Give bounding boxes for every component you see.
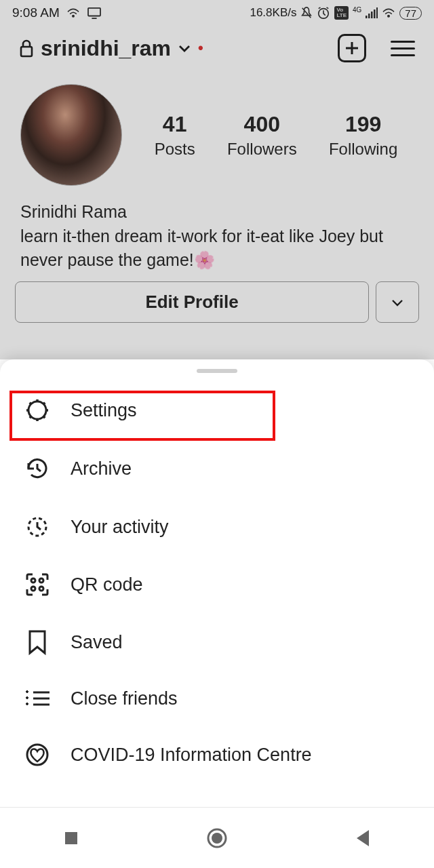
- svg-point-13: [39, 578, 43, 583]
- menu-covid-label: COVID-19 Information Centre: [71, 745, 312, 766]
- menu-covid[interactable]: COVID-19 Information Centre: [0, 726, 434, 784]
- username-text: srinidhi_ram: [41, 36, 171, 61]
- svg-point-15: [39, 587, 43, 591]
- system-nav-bar: [0, 807, 434, 868]
- following-label: Following: [329, 140, 397, 159]
- saved-icon: [23, 629, 52, 656]
- edit-profile-button[interactable]: Edit Profile: [15, 281, 369, 323]
- menu-button[interactable]: [391, 41, 415, 56]
- nav-back-button[interactable]: [354, 829, 372, 848]
- settings-icon: [23, 397, 52, 424]
- menu-archive[interactable]: Archive: [0, 439, 434, 498]
- qrcode-icon: [23, 572, 52, 597]
- close-friends-icon: [23, 687, 52, 710]
- followers-count: 400: [227, 112, 297, 137]
- display-name: Srinidhi Rama: [20, 202, 414, 222]
- followers-stat[interactable]: 400 Followers: [227, 112, 297, 159]
- svg-point-19: [212, 833, 222, 844]
- lock-icon: [19, 39, 34, 58]
- menu-activity-label: Your activity: [71, 517, 169, 538]
- wifi-icon: [66, 7, 80, 18]
- menu-qrcode-label: QR code: [71, 574, 143, 595]
- network-badge: 4G: [353, 6, 361, 14]
- svg-point-12: [31, 578, 35, 583]
- battery-indicator: 77: [399, 7, 422, 20]
- followers-label: Followers: [227, 140, 297, 159]
- chevron-down-icon: [178, 43, 191, 53]
- posts-stat[interactable]: 41 Posts: [155, 112, 195, 159]
- mute-icon: [300, 6, 313, 20]
- username-dropdown[interactable]: srinidhi_ram •: [19, 36, 203, 61]
- posts-count: 41: [155, 112, 195, 137]
- status-bar: 9:08 AM 16.8KB/s VoLTE 4G 77: [0, 0, 434, 23]
- menu-settings-label: Settings: [71, 400, 137, 421]
- svg-rect-6: [374, 9, 376, 18]
- alarm-icon: [317, 6, 330, 20]
- nav-home-button[interactable]: [205, 827, 229, 850]
- create-button[interactable]: [338, 34, 366, 62]
- signal-icon: [366, 7, 378, 18]
- menu-qrcode[interactable]: QR code: [0, 556, 434, 613]
- svg-rect-3: [366, 16, 368, 18]
- following-stat[interactable]: 199 Following: [329, 112, 397, 159]
- svg-point-0: [73, 16, 74, 17]
- bio-text: learn it-then dream it-work for it-eat l…: [20, 224, 414, 272]
- posts-label: Posts: [155, 140, 195, 159]
- menu-archive-label: Archive: [71, 458, 132, 479]
- menu-saved-label: Saved: [71, 632, 123, 653]
- clock: 9:08 AM: [12, 5, 60, 20]
- story-dot: •: [198, 39, 203, 57]
- menu-settings[interactable]: Settings: [0, 381, 434, 439]
- svg-rect-4: [368, 14, 370, 18]
- following-count: 199: [329, 112, 397, 137]
- data-rate: 16.8KB/s: [250, 6, 296, 20]
- covid-icon: [23, 741, 52, 768]
- display-icon: [87, 7, 102, 19]
- nav-recent-button[interactable]: [62, 829, 80, 847]
- menu-close-friends-label: Close friends: [71, 688, 178, 709]
- bottom-sheet: Settings Archive Your activity QR code S…: [0, 359, 434, 807]
- archive-icon: [23, 455, 52, 482]
- profile-header: srinidhi_ram •: [0, 23, 434, 69]
- svg-rect-7: [376, 7, 378, 18]
- svg-rect-17: [65, 832, 77, 844]
- activity-icon: [23, 513, 52, 540]
- svg-rect-1: [88, 8, 100, 16]
- avatar[interactable]: [20, 84, 122, 186]
- sheet-grabber[interactable]: [197, 369, 237, 373]
- menu-activity[interactable]: Your activity: [0, 498, 434, 556]
- svg-rect-9: [21, 47, 32, 56]
- svg-point-14: [31, 587, 35, 591]
- menu-saved[interactable]: Saved: [0, 613, 434, 671]
- svg-rect-5: [371, 12, 373, 18]
- suggested-dropdown-button[interactable]: [376, 281, 419, 323]
- svg-point-8: [388, 16, 389, 17]
- volte-icon: VoLTE: [334, 6, 349, 20]
- wifi-icon-2: [382, 7, 395, 18]
- menu-close-friends[interactable]: Close friends: [0, 671, 434, 726]
